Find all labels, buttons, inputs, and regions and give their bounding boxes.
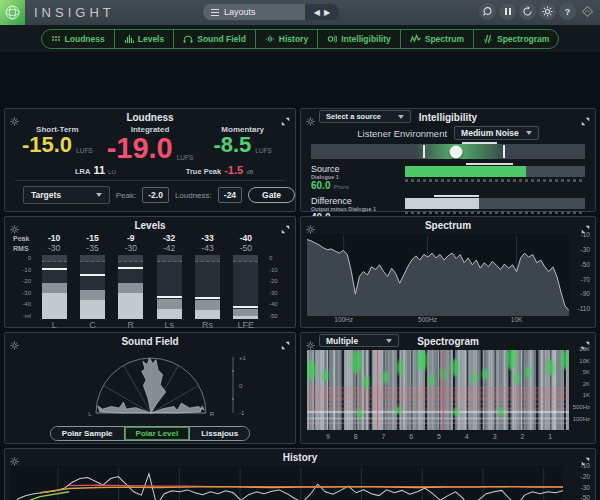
rms-value-Rs: -43: [188, 243, 226, 253]
divider: [15, 180, 285, 181]
short-term-value: -15.0: [22, 134, 72, 156]
rms-value-LFE: -50: [227, 243, 265, 253]
spectrum-wave-icon: [410, 34, 421, 44]
peak-target-field[interactable]: -2.0: [142, 187, 169, 203]
levels-panel: Levels Peak-10-15-9-32-33-40 RMS-30-35-3…: [4, 216, 296, 328]
spectrogram-x-axis: 987654321: [307, 433, 569, 442]
levels-title: Levels: [5, 220, 295, 231]
spectrum-title: Spectrum: [301, 220, 595, 231]
tab-spectrum[interactable]: Spectrum: [401, 30, 474, 48]
listener-environment-dropdown[interactable]: Medium Noise: [454, 126, 539, 140]
rms-values-row: RMS-30-35-30-42-43-50: [5, 243, 295, 253]
environment-knob[interactable]: [450, 145, 463, 158]
peak-value-L: -10: [35, 233, 73, 243]
spectrum-y-axis: -10-30-50-70-90-110: [568, 231, 592, 315]
range-marker: [503, 145, 505, 158]
izotope-insight-logo: [0, 0, 25, 25]
source-value: 60.0: [311, 180, 330, 191]
spectrogram-panel: Multiple Spectrogram 20K10K5K2K1K500Hz10…: [300, 332, 596, 444]
peak-value-R: -9: [112, 233, 150, 243]
levels-expand-icon[interactable]: [281, 220, 290, 238]
module-tab-bar: Loudness Levels Sound Field History Inte…: [0, 25, 600, 52]
spectrogram-icon: [483, 34, 493, 44]
peak-value-C: -15: [73, 233, 111, 243]
target-segment: [462, 142, 498, 144]
pause-button[interactable]: [499, 3, 516, 20]
intelligibility-panel: Select a source Intelligibility Listener…: [300, 108, 596, 212]
source-target-marker: [466, 163, 513, 165]
source-label: Source: [311, 164, 399, 174]
mode-polar-level[interactable]: Polar Level: [125, 427, 191, 440]
intelligibility-expand-icon[interactable]: [581, 112, 590, 130]
short-term-block: Short-Term -15.0LUFS: [11, 125, 104, 163]
tick-ruler: [405, 211, 585, 214]
spectrogram-title: Spectrogram: [301, 336, 595, 347]
mode-lissajous[interactable]: Lissajous: [190, 427, 249, 440]
channel-label-LFE: LFE: [227, 320, 265, 330]
menu-icon: [211, 9, 219, 16]
prev-layout-button[interactable]: ◀: [314, 8, 320, 17]
svg-text:L: L: [88, 411, 92, 417]
tab-levels[interactable]: Levels: [115, 30, 174, 48]
gate-button[interactable]: Gate: [248, 187, 295, 203]
difference-bar-fill: [405, 198, 479, 209]
rms-value-C: -35: [73, 243, 111, 253]
sound-field-panel: Sound Field LR+10-1 Polar Sample Polar L…: [4, 332, 296, 444]
momentary-value: -8.5: [213, 134, 251, 156]
loudness-title: Loudness: [5, 112, 295, 123]
tab-loudness[interactable]: Loudness: [42, 30, 115, 48]
history-panel: History -10-20-30-50-70-90-110 0:200:401…: [4, 448, 596, 500]
polar-display[interactable]: LR+10-1: [5, 349, 295, 423]
channel-label-Rs: Rs: [188, 320, 226, 330]
spectrum-x-axis: 100Hz500Hz10K: [307, 316, 569, 325]
tab-history[interactable]: History: [256, 30, 318, 48]
app-title: INSIGHT: [34, 5, 115, 20]
spectrogram-y-axis: 20K10K5K2K1K500Hz100Hz: [570, 349, 592, 430]
spectrogram-display[interactable]: [307, 350, 569, 430]
loudness-target-field[interactable]: -24: [218, 187, 242, 203]
spectrum-panel: Spectrum -10-30-50-70-90-110 100Hz500Hz1…: [300, 216, 596, 328]
monitor-icon[interactable]: [479, 3, 496, 20]
targets-dropdown[interactable]: Targets: [23, 186, 110, 204]
waveform-icon: [265, 34, 275, 44]
levels-bars-icon: [124, 34, 134, 44]
tab-intelligibility[interactable]: Intelligibility: [318, 30, 401, 48]
channel-names-row: LCRLsRsLFE: [35, 320, 265, 330]
reset-button[interactable]: [519, 3, 536, 20]
history-plot[interactable]: [11, 466, 563, 500]
peak-value-Ls: -32: [150, 233, 188, 243]
layouts-dropdown[interactable]: Layouts: [203, 4, 305, 20]
layout-nav: ◀ ▶: [305, 4, 339, 20]
channel-label-L: L: [35, 320, 73, 330]
chevron-down-icon: [526, 131, 532, 135]
spectrum-plot[interactable]: [307, 234, 569, 316]
level-meter-R: [118, 255, 143, 319]
momentary-block: Momentary -8.5LUFS: [196, 125, 289, 163]
level-meter-Rs: [195, 255, 220, 319]
range-marker: [423, 145, 425, 158]
tab-sound-field[interactable]: Sound Field: [174, 30, 256, 48]
peak-values-row: Peak-10-15-9-32-33-40: [5, 233, 295, 243]
environment-meter[interactable]: [311, 144, 585, 159]
headphones-icon: [183, 34, 193, 44]
channel-label-Ls: Ls: [150, 320, 188, 330]
difference-bar: [405, 198, 585, 209]
level-scale-right: 0-10-20-30-40-50: [265, 255, 287, 319]
tab-spectrogram[interactable]: Spectrogram: [474, 30, 558, 48]
svg-text:+1: +1: [239, 355, 247, 361]
insight-app: INSIGHT Layouts ◀ ▶ ?: [0, 0, 600, 500]
true-peak-readout: True Peak-1.5dB: [186, 164, 254, 176]
settings-gear-button[interactable]: [539, 3, 556, 20]
svg-text:R: R: [210, 411, 215, 417]
sound-field-mode-switch: Polar Sample Polar Level Lissajous: [50, 426, 250, 441]
speech-icon: [327, 34, 337, 44]
sound-field-title: Sound Field: [5, 336, 295, 347]
next-layout-button[interactable]: ▶: [324, 8, 330, 17]
source-bar-fill: [405, 166, 526, 177]
help-button[interactable]: ?: [559, 3, 576, 20]
source-bar: [405, 166, 585, 177]
mode-polar-sample[interactable]: Polar Sample: [51, 427, 125, 440]
loudness-expand-icon[interactable]: [281, 112, 290, 130]
globe-icon: [4, 4, 21, 21]
level-meter-C: [80, 255, 105, 319]
